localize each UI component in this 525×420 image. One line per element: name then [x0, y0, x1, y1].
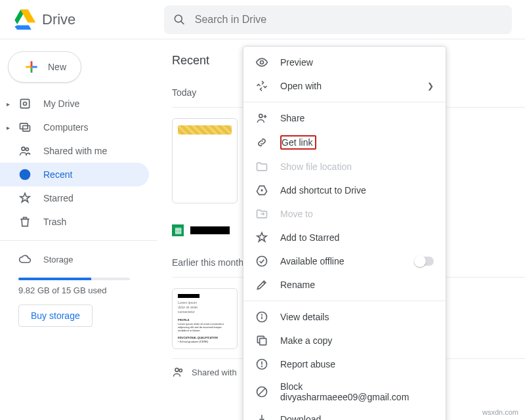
ctx-preview[interactable]: Preview	[243, 51, 446, 74]
file-name-redacted	[190, 226, 230, 234]
shared-icon	[18, 144, 32, 158]
clock-icon	[18, 168, 32, 181]
ctx-rename[interactable]: Rename	[243, 273, 446, 297]
star-icon	[255, 231, 268, 244]
svg-rect-5	[23, 126, 30, 131]
search-icon	[173, 13, 186, 26]
ctx-open-with[interactable]: Open with ❯	[243, 74, 446, 98]
search-input[interactable]	[195, 14, 503, 26]
ctx-separator	[243, 301, 446, 301]
chevron-right-icon: ❯	[427, 81, 434, 91]
buy-storage-button[interactable]: Buy storage	[18, 304, 93, 327]
sidebar-item-starred[interactable]: Starred	[0, 186, 149, 210]
ctx-report-abuse[interactable]: Report abuse	[243, 352, 446, 376]
info-icon	[255, 310, 268, 324]
sidebar-item-recent[interactable]: Recent	[0, 163, 149, 186]
svg-point-11	[261, 61, 264, 64]
get-link-highlight: Get link	[280, 135, 316, 150]
link-icon	[255, 136, 268, 149]
svg-line-1	[181, 21, 184, 24]
ctx-move-to: Move to	[243, 202, 446, 226]
folder-icon	[255, 160, 268, 173]
trash-icon	[18, 215, 32, 228]
block-icon	[255, 385, 268, 398]
sidebar-item-label: My Drive	[43, 98, 79, 109]
ctx-add-shortcut[interactable]: Add shortcut to Drive	[243, 178, 446, 202]
sidebar-item-label: Shared with me	[43, 146, 107, 156]
sidebar-item-storage[interactable]: Storage	[0, 247, 157, 271]
ctx-show-location: Show file location	[243, 155, 446, 178]
svg-point-13	[257, 257, 267, 266]
ctx-label: Move to	[280, 209, 313, 219]
my-drive-icon	[18, 97, 32, 110]
svg-point-20	[262, 366, 262, 367]
ctx-label: Report abuse	[280, 359, 335, 369]
ctx-view-details[interactable]: View details	[243, 305, 446, 329]
svg-point-16	[262, 314, 262, 315]
svg-point-6	[22, 147, 25, 150]
warning-icon	[255, 358, 268, 371]
eye-icon	[255, 56, 268, 69]
search-bar[interactable]	[164, 5, 512, 34]
app-header: Drive	[0, 0, 525, 39]
ctx-label: Open with	[280, 81, 322, 91]
new-button[interactable]: New	[8, 51, 81, 83]
sidebar-item-computers[interactable]: Computers	[0, 116, 149, 139]
sidebar-item-shared[interactable]: Shared with me	[0, 139, 149, 163]
shared-with-label: Shared with	[192, 368, 237, 377]
star-icon	[18, 192, 32, 205]
new-button-label: New	[48, 62, 66, 72]
thumbnail-content	[178, 125, 232, 135]
ctx-add-starred[interactable]: Add to Starred	[243, 226, 446, 249]
storage-used-text: 9.82 GB of 15 GB used	[0, 285, 157, 295]
ctx-share[interactable]: Share	[243, 106, 446, 130]
ctx-download[interactable]: Download	[243, 408, 446, 420]
sheets-icon	[172, 224, 184, 236]
storage-bar	[18, 278, 130, 280]
pencil-icon	[255, 278, 268, 291]
folder-move-icon	[255, 207, 268, 220]
ctx-separator	[243, 102, 446, 102]
ctx-label: Add to Starred	[280, 232, 339, 243]
download-icon	[255, 413, 268, 420]
svg-point-0	[175, 14, 182, 22]
ctx-label: Rename	[280, 280, 315, 290]
ctx-label: Preview	[280, 57, 313, 68]
offline-toggle[interactable]	[414, 257, 434, 266]
offline-icon	[255, 255, 268, 268]
svg-point-3	[24, 102, 27, 106]
copy-icon	[255, 334, 268, 347]
ctx-label: Get link	[282, 137, 312, 148]
ctx-available-offline[interactable]: Available offline	[243, 249, 446, 273]
ctx-label: Block divyasharmaeee09@gmail.com	[280, 381, 434, 402]
svg-rect-2	[20, 99, 29, 108]
svg-point-9	[175, 369, 178, 372]
ctx-label: Share	[280, 113, 304, 123]
sidebar-item-label: Computers	[43, 122, 88, 133]
sidebar-item-my-drive[interactable]: My Drive	[0, 92, 149, 116]
ctx-block[interactable]: Block divyasharmaeee09@gmail.com	[243, 376, 446, 408]
cloud-icon	[18, 253, 32, 266]
logo-area[interactable]: Drive	[0, 9, 164, 31]
app-name: Drive	[42, 11, 75, 28]
svg-rect-17	[260, 339, 266, 345]
file-thumbnail-doc[interactable]: Lorem ipsumdolor sit ametconsectetur PRO…	[172, 288, 238, 349]
ctx-label: Add shortcut to Drive	[280, 185, 366, 196]
drive-shortcut-icon	[255, 184, 268, 197]
ctx-label: Available offline	[280, 256, 345, 266]
ctx-make-copy[interactable]: Make a copy	[243, 329, 446, 352]
sidebar: New My Drive Computers Shared with me Re…	[0, 39, 158, 420]
storage-fill	[18, 278, 91, 280]
watermark: wsxdn.com	[482, 408, 518, 416]
open-with-icon	[255, 79, 268, 93]
sidebar-divider	[0, 240, 157, 241]
file-thumbnail[interactable]	[172, 118, 238, 203]
sidebar-item-label: Recent	[43, 169, 72, 180]
computers-icon	[18, 121, 32, 134]
sidebar-item-trash[interactable]: Trash	[0, 210, 149, 234]
svg-line-22	[259, 388, 265, 395]
svg-point-10	[179, 369, 182, 372]
context-menu: Preview Open with ❯ Share Get link Show …	[243, 46, 446, 420]
ctx-label: Make a copy	[280, 335, 332, 346]
ctx-get-link[interactable]: Get link	[243, 130, 446, 155]
